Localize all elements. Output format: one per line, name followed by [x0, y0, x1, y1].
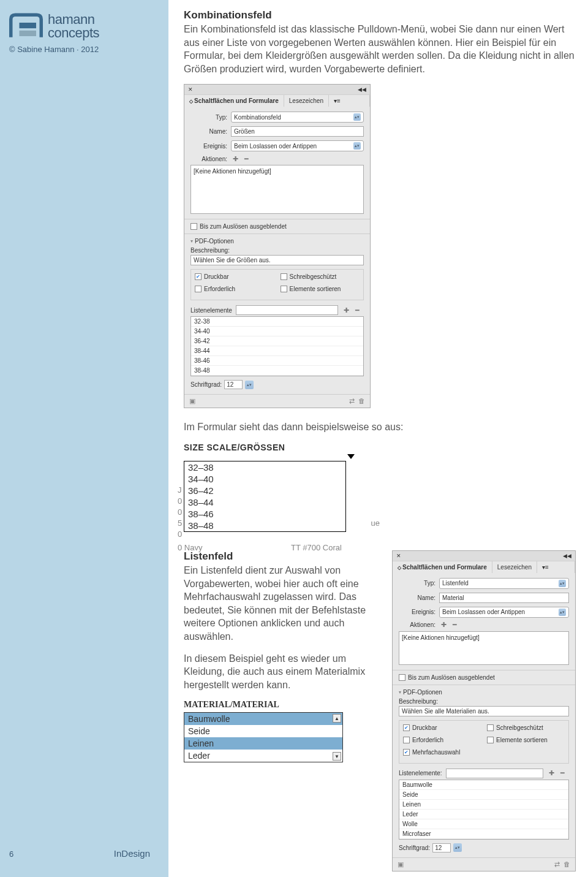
ereignis-label: Ereignis: — [190, 143, 227, 150]
preview-icon[interactable]: ▣ — [189, 397, 195, 405]
schriftgrad-field[interactable]: 12 — [224, 380, 243, 389]
chevron-updown-icon: ▴▾ — [353, 142, 361, 150]
collapse-icon[interactable]: ◀◀ — [358, 86, 366, 93]
trash-icon[interactable]: 🗑 — [358, 397, 365, 404]
liste-label: Listenelemente — [190, 307, 232, 314]
list-item[interactable]: 38-44 — [191, 346, 363, 356]
add-item-icon[interactable]: ✚ — [547, 770, 556, 777]
logo: hamann concepts — [9, 12, 159, 40]
list-item[interactable]: Microfaser — [399, 829, 568, 839]
add-action-icon[interactable]: ✚ — [231, 155, 239, 162]
list-item[interactable]: Wolle — [399, 819, 568, 829]
list-item[interactable]: Baumwolle — [399, 780, 568, 790]
brand-line1: hamann — [48, 13, 99, 26]
typ-dropdown[interactable]: Kombinationsfeld▴▾ — [231, 112, 364, 123]
aktionen-label: Aktionen: — [190, 156, 227, 162]
scroll-up-icon[interactable]: ▲ — [333, 714, 341, 723]
collapse-icon[interactable]: ◀◀ — [563, 553, 571, 559]
combo-box-open[interactable]: 32–38 34–40 36–42 38–44 38–46 38–48 — [184, 461, 346, 532]
list-item[interactable]: 34-40 — [191, 327, 363, 336]
combo-option[interactable]: 36–42 — [184, 485, 345, 496]
list-item[interactable]: Leinen — [399, 800, 568, 810]
brand-line2: concepts — [48, 26, 99, 40]
list-item[interactable]: Seide — [399, 790, 568, 800]
combo-option[interactable]: 32–38 — [184, 461, 345, 473]
list-item[interactable]: 32-38 — [191, 317, 363, 327]
pdf-options-toggle[interactable]: PDF-Optionen — [190, 238, 364, 245]
material-title: MATERIAL/MATERIAL — [184, 700, 343, 710]
chk-hidden-until[interactable]: Bis zum Auslösen ausgeblendet — [190, 223, 364, 230]
add-action-icon[interactable]: ✚ — [439, 621, 448, 629]
remove-item-icon[interactable]: ━ — [558, 770, 567, 777]
scroll-down-icon[interactable]: ▼ — [333, 752, 341, 761]
beschreibung-label: Beschreibung: — [190, 247, 364, 254]
name-field[interactable]: Größen — [231, 126, 364, 137]
convert-icon[interactable]: ⇄ — [349, 397, 355, 404]
tab-bookmarks[interactable]: Lesezeichen — [284, 95, 329, 107]
liste-box[interactable]: Baumwolle Seide Leinen Leder Wolle Micro… — [399, 780, 569, 840]
material-option[interactable]: Leinen — [184, 737, 342, 750]
chk-schreibgeschuetzt[interactable]: Schreibgeschützt — [281, 273, 360, 280]
add-item-icon[interactable]: ✚ — [342, 306, 350, 314]
stepper-icon[interactable]: ▴▾ — [245, 381, 254, 389]
liste-add-field[interactable] — [236, 305, 338, 315]
tab-forms[interactable]: Schaltflächen und Formulare — [393, 561, 492, 573]
convert-icon[interactable]: ⇄ — [554, 860, 560, 868]
tab-menu-icon[interactable]: ▾≡ — [329, 95, 370, 107]
chk-sortieren[interactable]: Elemente sortieren — [281, 286, 360, 292]
chk-mehrfach[interactable]: ✔Mehrfachauswahl — [403, 749, 565, 756]
list-item[interactable]: 38-48 — [191, 366, 363, 376]
chk-sortieren[interactable]: Elemente sortieren — [487, 737, 565, 743]
list-item[interactable]: 38-46 — [191, 356, 363, 366]
liste-box[interactable]: 32-38 34-40 36-42 38-44 38-46 38-48 — [190, 316, 364, 376]
material-select[interactable]: ▲ Baumwolle Seide Leinen Leder ▼ — [184, 712, 343, 762]
liste-add-field[interactable] — [446, 769, 543, 778]
combo-option[interactable]: 38–46 — [184, 508, 345, 520]
pdf-options-toggle[interactable]: PDF-Optionen — [399, 689, 569, 696]
material-example: MATERIAL/MATERIAL ▲ Baumwolle Seide Lein… — [184, 700, 343, 762]
ereignis-dropdown[interactable]: Beim Loslassen oder Antippen▴▾ — [231, 140, 364, 151]
schriftgrad-label: Schriftgrad: — [399, 845, 430, 851]
svg-rect-0 — [20, 23, 37, 28]
actions-box[interactable]: [Keine Aktionen hinzugefügt] — [399, 631, 569, 665]
chk-druckbar[interactable]: ✔Druckbar — [195, 273, 274, 280]
chk-erforderlich[interactable]: Erforderlich — [195, 286, 274, 292]
stepper-icon[interactable]: ▴▾ — [453, 843, 462, 852]
tab-menu-icon[interactable]: ▾≡ — [537, 561, 575, 573]
ereignis-dropdown[interactable]: Beim Loslassen oder Antippen▴▾ — [439, 607, 569, 618]
chk-schreibgeschuetzt[interactable]: Schreibgeschützt — [487, 724, 565, 731]
material-option[interactable]: Seide — [184, 725, 342, 737]
combo-option[interactable]: 38–48 — [184, 520, 345, 531]
trash-icon[interactable]: 🗑 — [564, 860, 570, 868]
chk-druckbar[interactable]: ✔Druckbar — [403, 724, 481, 731]
material-option[interactable]: Baumwolle — [184, 713, 342, 725]
combo-example-title: SIZE SCALE/GRÖSSEN — [184, 442, 361, 452]
beschreibung-field[interactable]: Wählen Sie die Größen aus. — [190, 255, 364, 265]
actions-box[interactable]: [Keine Aktionen hinzugefügt] — [190, 165, 364, 214]
schriftgrad-field[interactable]: 12 — [432, 843, 451, 852]
typ-label: Typ: — [190, 114, 227, 121]
material-option[interactable]: Leder — [184, 750, 342, 762]
preview-icon[interactable]: ▣ — [398, 860, 404, 868]
combo-option[interactable]: 38–44 — [184, 496, 345, 508]
beschreibung-field[interactable]: Wählen Sie alle Materialien aus. — [399, 706, 569, 716]
section1-title: Kombinationsfeld — [184, 9, 576, 21]
remove-item-icon[interactable]: ━ — [353, 306, 361, 314]
chevron-updown-icon: ▴▾ — [353, 113, 361, 121]
remove-action-icon[interactable]: ━ — [242, 155, 251, 162]
panel-header: ✕ ◀◀ — [393, 551, 575, 561]
list-item[interactable]: 36-42 — [191, 336, 363, 346]
chk-erforderlich[interactable]: Erforderlich — [403, 737, 481, 743]
close-icon[interactable]: ✕ — [396, 553, 401, 559]
aktionen-label: Aktionen: — [399, 621, 435, 628]
tab-forms[interactable]: Schaltflächen und Formulare — [184, 95, 284, 107]
chk-hidden-until[interactable]: Bis zum Auslösen ausgeblendet — [399, 674, 569, 681]
tab-bookmarks[interactable]: Lesezeichen — [492, 561, 537, 573]
name-field[interactable]: Material — [439, 593, 569, 603]
ereignis-label: Ereignis: — [399, 609, 435, 615]
list-item[interactable]: Leder — [399, 810, 568, 819]
combo-option[interactable]: 34–40 — [184, 473, 345, 485]
close-icon[interactable]: ✕ — [188, 86, 193, 93]
remove-action-icon[interactable]: ━ — [450, 621, 459, 629]
typ-dropdown[interactable]: Listenfeld▴▾ — [439, 578, 569, 589]
